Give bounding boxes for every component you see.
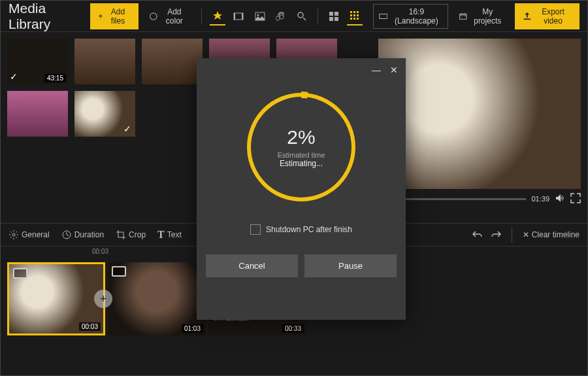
svg-rect-21 — [460, 14, 466, 19]
separator — [318, 9, 318, 24]
clear-timeline-button[interactable]: ✕ Clear timeline — [523, 230, 580, 239]
add-color-button[interactable]: Add color — [144, 3, 194, 29]
svg-rect-8 — [335, 12, 338, 16]
svg-rect-12 — [353, 11, 355, 13]
app-title: Media Library — [8, 1, 80, 32]
svg-rect-11 — [350, 11, 352, 13]
clip-duration: 01:03 — [182, 324, 203, 333]
main-toolbar: Media Library + Add files Add color — [1, 1, 587, 32]
add-clip-button[interactable]: + — [94, 290, 112, 308]
preview-panel: 0:00 01:39 — [378, 39, 581, 205]
svg-rect-2 — [234, 13, 235, 20]
check-icon: ✓ — [10, 71, 18, 82]
svg-rect-24 — [524, 18, 531, 20]
clip-duration: 00:33 — [282, 324, 304, 333]
crop-icon — [116, 230, 126, 240]
undo-button[interactable] — [472, 230, 483, 240]
export-progress-dialog: — ✕ 2% Estimated time Estimating... Shut… — [197, 58, 406, 320]
clip-duration: 00:03 — [79, 322, 101, 331]
aspect-ratio-button[interactable]: 16:9 (Landscape) — [373, 4, 449, 29]
preview-scrubber[interactable] — [397, 198, 526, 200]
color-wheel-icon — [149, 11, 158, 22]
text-icon: T — [157, 229, 165, 241]
separator — [201, 9, 202, 24]
svg-rect-15 — [353, 14, 355, 16]
estimated-time-value: Estimating... — [280, 159, 323, 168]
view-small-icon[interactable] — [347, 7, 363, 26]
svg-point-25 — [12, 233, 15, 236]
add-files-button[interactable]: + Add files — [90, 3, 138, 29]
filter-video-icon[interactable] — [231, 7, 246, 26]
svg-point-6 — [298, 12, 303, 18]
projects-icon — [459, 11, 468, 22]
cancel-button[interactable]: Cancel — [206, 254, 298, 277]
aspect-icon — [379, 11, 388, 22]
minimize-button[interactable]: — — [372, 65, 381, 75]
media-thumb[interactable] — [74, 39, 135, 84]
timeline-clip[interactable]: 01:03 — [108, 262, 206, 335]
undo-icon — [472, 230, 483, 240]
preview-controls: 0:00 01:39 — [378, 193, 581, 205]
media-thumb[interactable] — [142, 39, 203, 84]
estimated-time-label: Estimated time — [278, 151, 325, 159]
svg-rect-10 — [335, 17, 338, 21]
clip-type-icon — [112, 266, 126, 277]
gear-icon — [8, 230, 19, 240]
shutdown-checkbox[interactable] — [250, 224, 261, 235]
redo-button[interactable] — [491, 230, 501, 240]
progress-ring: 2% Estimated time Estimating... — [242, 88, 360, 206]
ruler-mark: 00:03 — [92, 248, 108, 255]
preview-video[interactable] — [378, 39, 581, 189]
check-icon: ✓ — [123, 124, 131, 134]
tab-crop[interactable]: Crop — [116, 230, 146, 240]
separator — [512, 227, 512, 243]
search-icon[interactable] — [294, 7, 310, 26]
my-projects-button[interactable]: My projects — [453, 3, 510, 29]
clock-icon — [61, 230, 72, 240]
svg-point-5 — [257, 14, 259, 16]
shutdown-option[interactable]: Shutdown PC after finish — [197, 224, 406, 235]
svg-rect-18 — [353, 18, 355, 20]
svg-point-0 — [150, 12, 156, 19]
close-button[interactable]: ✕ — [390, 65, 398, 75]
filter-image-icon[interactable] — [252, 7, 267, 26]
view-large-icon[interactable] — [326, 7, 342, 26]
tab-duration[interactable]: Duration — [61, 230, 104, 240]
svg-rect-19 — [357, 18, 359, 20]
export-icon — [523, 11, 532, 22]
preview-total-time: 01:39 — [531, 195, 549, 203]
shutdown-label: Shutdown PC after finish — [266, 225, 352, 234]
media-thumb[interactable] — [7, 91, 68, 137]
filter-favorites-icon[interactable] — [210, 7, 225, 26]
plus-icon: + — [98, 12, 103, 21]
volume-icon[interactable] — [555, 193, 565, 205]
clip-type-icon — [13, 268, 27, 279]
svg-rect-16 — [357, 14, 359, 16]
svg-rect-13 — [357, 11, 359, 13]
media-thumb[interactable]: ✓ 43:15 — [7, 39, 68, 84]
svg-rect-7 — [329, 12, 333, 16]
svg-rect-17 — [350, 18, 352, 20]
duration-badge: 43:15 — [44, 74, 66, 82]
media-thumb[interactable]: ✓ — [74, 91, 135, 137]
tab-text[interactable]: T Text — [157, 229, 182, 241]
filter-audio-icon[interactable] — [273, 7, 289, 26]
fullscreen-icon[interactable] — [570, 193, 581, 205]
pause-button[interactable]: Pause — [304, 254, 397, 277]
svg-rect-9 — [329, 17, 333, 21]
export-video-button[interactable]: Export video — [515, 3, 580, 29]
svg-rect-3 — [242, 13, 243, 20]
close-icon: ✕ — [523, 230, 529, 239]
timeline-clip[interactable]: 00:03 + — [7, 262, 105, 335]
progress-percent: 2% — [287, 126, 315, 148]
redo-icon — [491, 230, 501, 240]
tab-general[interactable]: General — [8, 230, 50, 240]
svg-rect-1 — [234, 13, 243, 20]
svg-rect-14 — [350, 14, 352, 16]
svg-rect-20 — [380, 14, 387, 18]
